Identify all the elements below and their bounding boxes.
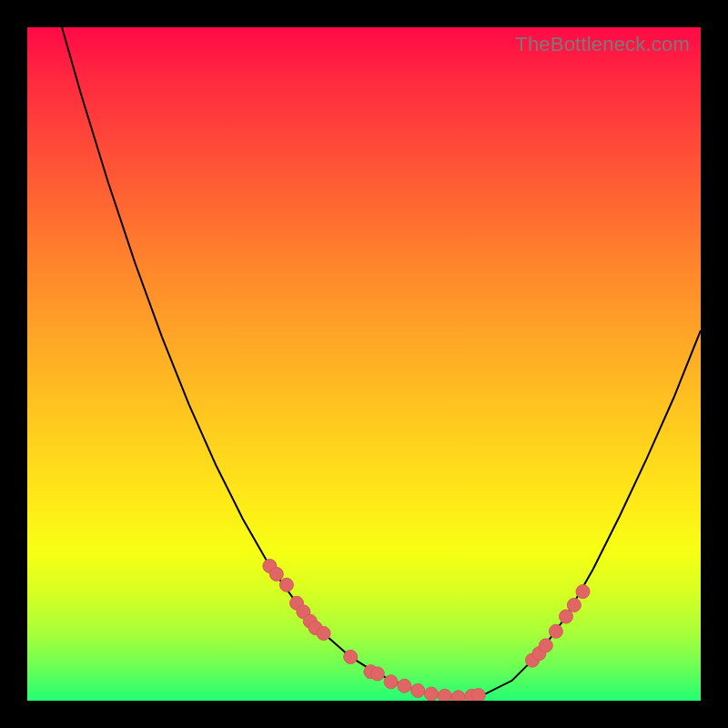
data-marker [567, 598, 581, 612]
data-marker [438, 689, 451, 701]
data-marker [384, 675, 398, 689]
data-marker [576, 585, 590, 599]
data-marker [411, 683, 425, 697]
data-marker [471, 689, 485, 701]
data-marker [344, 650, 358, 663]
data-marker [451, 691, 465, 701]
marker-group [263, 560, 590, 702]
chart-svg [27, 27, 701, 701]
data-marker [425, 687, 439, 701]
data-marker [539, 639, 552, 652]
plot-area: TheBottleneck.com [27, 27, 701, 701]
data-marker [370, 667, 384, 681]
chart-stage: TheBottleneck.com [0, 0, 728, 728]
data-marker [398, 679, 411, 693]
bottleneck-curve [27, 27, 701, 697]
data-marker [317, 627, 330, 641]
data-marker [549, 624, 562, 638]
data-marker [279, 578, 293, 592]
data-marker [560, 610, 573, 623]
data-marker [269, 567, 283, 581]
